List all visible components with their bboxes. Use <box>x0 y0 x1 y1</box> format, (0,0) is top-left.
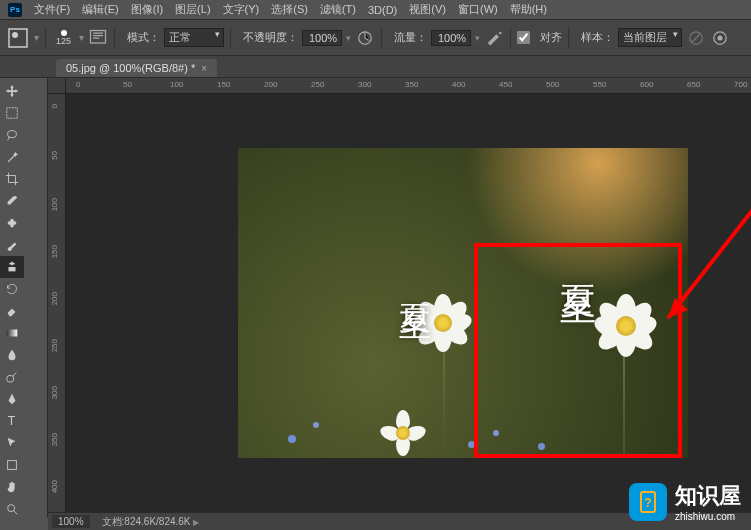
menu-bar: Ps 文件(F) 编辑(E) 图像(I) 图层(L) 文字(Y) 选择(S) 滤… <box>0 0 751 20</box>
svg-point-9 <box>8 131 17 138</box>
opacity-input[interactable]: 100% <box>302 30 342 46</box>
svg-point-4 <box>499 31 502 34</box>
small-flower <box>313 422 319 428</box>
svg-text:?: ? <box>644 496 651 510</box>
menu-view[interactable]: 视图(V) <box>403 0 452 19</box>
clone-stamp-tool[interactable] <box>0 256 24 278</box>
path-select-tool[interactable] <box>0 432 24 454</box>
brush-preset-picker[interactable]: 125 <box>52 30 75 46</box>
menu-3d[interactable]: 3D(D) <box>362 2 403 18</box>
align-checkbox[interactable] <box>517 31 530 44</box>
doc-size[interactable]: 文档:824.6K/824.6K ▶ <box>102 515 200 529</box>
small-flower <box>493 430 499 436</box>
small-flower <box>468 441 475 448</box>
small-flower <box>288 435 296 443</box>
zoom-level[interactable]: 100% <box>52 515 90 528</box>
canvas-pane: 0 50 100 150 200 250 300 350 400 450 500… <box>48 78 751 518</box>
type-tool[interactable]: T <box>0 410 24 432</box>
brush-size-value: 125 <box>56 36 71 46</box>
eraser-tool[interactable] <box>0 300 24 322</box>
options-bar: ▾ 125 ▾ 模式： 正常 不透明度： 100% ▾ 流量： 100% ▾ 对… <box>0 20 751 56</box>
watermark: ? 知识屋 zhishiwu.com <box>629 481 741 522</box>
mode-select[interactable]: 正常 <box>164 28 224 47</box>
current-tool-icon[interactable] <box>6 26 30 50</box>
svg-rect-11 <box>10 219 14 228</box>
flow-input[interactable]: 100% <box>431 30 471 46</box>
wand-tool[interactable] <box>0 146 24 168</box>
flower-image <box>598 298 653 353</box>
flower-image <box>418 298 468 348</box>
svg-point-14 <box>7 375 14 382</box>
opacity-label: 不透明度： <box>243 30 298 45</box>
watermark-url: zhishiwu.com <box>675 511 741 522</box>
airbrush-icon[interactable] <box>484 28 504 48</box>
svg-rect-12 <box>9 267 16 271</box>
sample-label: 样本： <box>581 30 614 45</box>
menu-file[interactable]: 文件(F) <box>28 0 76 19</box>
menu-image[interactable]: 图像(I) <box>125 0 169 19</box>
svg-rect-0 <box>9 29 27 47</box>
pressure-opacity-icon[interactable] <box>355 28 375 48</box>
chevron-right-icon: ▶ <box>193 518 199 527</box>
tab-title: 05.jpg @ 100%(RGB/8#) * <box>66 62 195 74</box>
crop-tool[interactable] <box>0 168 24 190</box>
svg-text:T: T <box>8 414 16 428</box>
history-brush-tool[interactable] <box>0 278 24 300</box>
blur-tool[interactable] <box>0 344 24 366</box>
toolbox: T ⋯ <box>0 78 48 518</box>
menu-edit[interactable]: 编辑(E) <box>76 0 125 19</box>
svg-point-17 <box>8 505 15 512</box>
align-label: 对齐 <box>540 30 562 45</box>
move-tool[interactable] <box>0 80 24 102</box>
zoom-tool[interactable] <box>0 498 24 520</box>
hand-tool[interactable] <box>0 476 24 498</box>
ruler-vertical[interactable]: 0 50 100 150 200 250 300 350 400 <box>48 94 66 518</box>
eyedropper-tool[interactable] <box>0 190 24 212</box>
lasso-tool[interactable] <box>0 124 24 146</box>
small-flower <box>538 443 545 450</box>
pen-tool[interactable] <box>0 388 24 410</box>
flow-label: 流量： <box>394 30 427 45</box>
ruler-horizontal[interactable]: 0 50 100 150 200 250 300 350 400 450 500… <box>66 78 751 94</box>
menu-filter[interactable]: 滤镜(T) <box>314 0 362 19</box>
edit-toolbar-icon[interactable]: ⋯ <box>0 520 24 530</box>
ignore-adjust-icon[interactable] <box>686 28 706 48</box>
canvas-text-1: 夏至 <box>393 278 437 294</box>
svg-rect-8 <box>7 108 18 119</box>
shape-tool[interactable] <box>0 454 24 476</box>
close-icon[interactable]: × <box>201 63 207 74</box>
svg-rect-16 <box>8 461 17 470</box>
menu-type[interactable]: 文字(Y) <box>217 0 266 19</box>
chevron-down-icon[interactable]: ▾ <box>34 32 39 43</box>
chevron-down-icon[interactable]: ▾ <box>346 33 351 43</box>
ruler-origin[interactable] <box>48 78 66 94</box>
ps-logo-icon: Ps <box>8 3 22 17</box>
brush-panel-icon[interactable] <box>88 28 108 48</box>
document-tab[interactable]: 05.jpg @ 100%(RGB/8#) * × <box>56 59 217 77</box>
menu-layer[interactable]: 图层(L) <box>169 0 216 19</box>
sample-select[interactable]: 当前图层 <box>618 28 682 47</box>
pressure-size-icon[interactable] <box>710 28 730 48</box>
canvas-text-2: 夏至 <box>553 256 602 272</box>
menu-window[interactable]: 窗口(W) <box>452 0 504 19</box>
watermark-icon: ? <box>629 483 667 521</box>
svg-point-1 <box>12 32 18 38</box>
document-tab-bar: 05.jpg @ 100%(RGB/8#) * × <box>0 56 751 78</box>
watermark-title: 知识屋 <box>675 483 741 508</box>
menu-select[interactable]: 选择(S) <box>265 0 314 19</box>
chevron-down-icon[interactable]: ▾ <box>475 33 480 43</box>
heal-tool[interactable] <box>0 212 24 234</box>
gradient-tool[interactable] <box>0 322 24 344</box>
chevron-down-icon[interactable]: ▾ <box>79 32 84 43</box>
menu-help[interactable]: 帮助(H) <box>504 0 553 19</box>
brush-tool[interactable] <box>0 234 24 256</box>
canvas-image[interactable]: 夏至 夏至 <box>238 148 688 458</box>
svg-rect-13 <box>7 330 18 337</box>
marquee-tool[interactable] <box>0 102 24 124</box>
svg-point-7 <box>718 35 723 40</box>
dodge-tool[interactable] <box>0 366 24 388</box>
mode-label: 模式： <box>127 30 160 45</box>
flower-image <box>383 413 423 453</box>
